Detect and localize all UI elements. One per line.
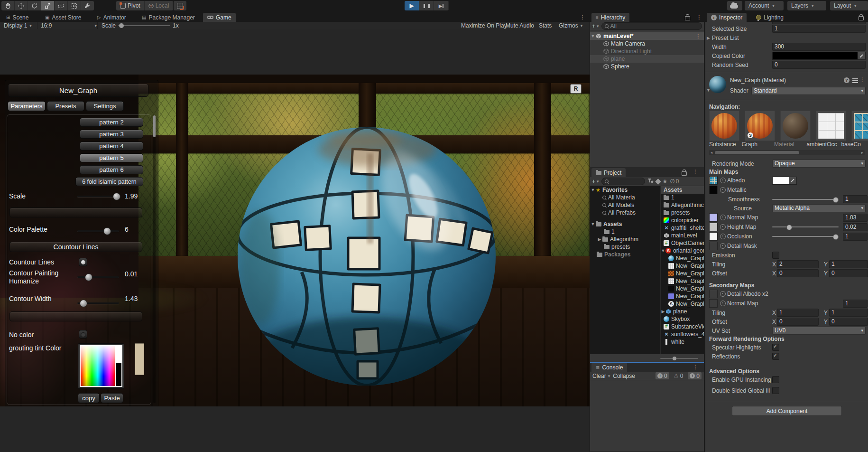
slider-thumb[interactable] <box>833 197 839 203</box>
width-input[interactable]: 300 <box>772 43 866 51</box>
contour-width-slider[interactable] <box>77 302 119 304</box>
nav-thumb-basecolor[interactable] <box>851 111 868 141</box>
tree-folder-presets[interactable]: presets <box>590 243 660 251</box>
tab-project[interactable]: Project <box>591 168 626 177</box>
hierarchy-lock-icon[interactable] <box>685 15 690 22</box>
asset-row[interactable]: mainLevel <box>661 232 704 239</box>
color-value[interactable] <box>773 177 789 184</box>
gpu-instancing-checkbox[interactable] <box>772 376 779 383</box>
asset-row[interactable]: New_Graph <box>661 254 704 262</box>
slider-thumb[interactable] <box>673 357 676 360</box>
foldout-closed-icon[interactable]: ▶ <box>707 36 712 40</box>
asset-row[interactable]: New_Graph - <box>661 285 704 292</box>
favorite-all-materials[interactable]: All Materia <box>590 194 660 201</box>
nav-thumb-material[interactable] <box>780 111 811 141</box>
tree-packages[interactable]: Packages <box>590 251 660 258</box>
foldout-open-icon[interactable]: ▼ <box>661 248 665 253</box>
secondary-normal-thumb[interactable] <box>709 299 718 308</box>
favorite-all-prefabs[interactable]: All Prefabs <box>590 209 660 217</box>
tab-lighting[interactable]: Lighting <box>752 13 788 22</box>
random-seed-input[interactable]: 0 <box>772 61 866 69</box>
layout-dropdown[interactable]: Layout▾ <box>830 1 868 10</box>
islamic-pattern-button[interactable]: 6 fold islamic pattern <box>75 177 143 186</box>
height-texture-thumb[interactable] <box>709 223 718 231</box>
metallic-texture-thumb[interactable] <box>709 186 718 194</box>
rotate-tool-button[interactable] <box>28 1 41 10</box>
project-create-button[interactable]: +▾ <box>592 178 599 185</box>
rect-tool-button[interactable] <box>55 1 68 10</box>
grid-snap-button[interactable] <box>174 1 186 10</box>
paste-button[interactable]: Paste <box>101 393 123 403</box>
scroll-right-icon[interactable]: ▸ <box>861 150 863 155</box>
specular-checkbox[interactable] <box>772 344 779 351</box>
object-picker-icon[interactable] <box>720 243 726 249</box>
object-picker-icon[interactable] <box>720 234 726 239</box>
pattern-4-button[interactable]: pattern 4 <box>80 141 143 151</box>
slider-thumb[interactable] <box>119 23 124 28</box>
search-by-type-icon[interactable] <box>647 178 654 185</box>
slider-thumb[interactable] <box>113 193 120 200</box>
nav-thumb-substance[interactable] <box>709 111 739 141</box>
hierarchy-create-button[interactable]: +▾ <box>592 23 599 29</box>
height-value[interactable]: 0.02 <box>843 223 868 231</box>
collapse-button[interactable]: Collapse <box>613 373 635 379</box>
scale-tool-button[interactable] <box>41 1 55 10</box>
asset-row[interactable]: #ObjectCamera <box>661 239 704 247</box>
favorites-root[interactable]: ▼★Favorites <box>590 186 660 194</box>
nav-thumb-graph[interactable]: S <box>745 111 775 141</box>
humanize-slider[interactable] <box>77 276 119 278</box>
albedo-color-swatch[interactable] <box>772 177 797 185</box>
tab-parameters[interactable]: Parameters <box>8 101 46 111</box>
rendering-mode-dropdown[interactable]: Opaque <box>772 160 866 168</box>
asset-row[interactable]: New_Graph - <box>661 292 704 300</box>
secondary-tiling-y-input[interactable]: 1 <box>829 309 868 317</box>
move-tool-button[interactable] <box>15 1 28 10</box>
hierarchy-search-input[interactable]: All <box>601 22 702 30</box>
tiling-y-input[interactable]: 1 <box>829 260 868 268</box>
game-panel-menu-icon[interactable]: ⋮ <box>580 14 585 20</box>
foldout-closed-icon[interactable]: ▶ <box>661 309 665 314</box>
secondary-offset-x-input[interactable]: 0 <box>777 318 819 326</box>
eyedropper-icon[interactable] <box>858 52 865 59</box>
secondary-normal-value[interactable]: 1 <box>843 300 868 308</box>
albedo-texture-thumb[interactable] <box>709 176 718 185</box>
navigation-scrollbar[interactable]: ◂ ▸ <box>709 150 865 155</box>
maximize-on-play-button[interactable]: Maximize On Play <box>458 22 510 29</box>
asset-row[interactable]: colorpicker <box>661 217 704 224</box>
hierarchy-row-plane[interactable]: plane <box>590 55 704 63</box>
grouting-color-swatch[interactable] <box>135 343 144 375</box>
asset-row[interactable]: ▶plane <box>661 308 704 315</box>
object-picker-icon[interactable] <box>720 178 726 183</box>
custom-tool-button[interactable] <box>81 1 94 10</box>
asset-row[interactable]: New_Graph - <box>661 277 704 285</box>
pause-button[interactable] <box>419 1 434 10</box>
scrollbar-thumb[interactable] <box>715 151 799 154</box>
occlusion-value[interactable]: 1 <box>843 233 868 241</box>
search-by-label-icon[interactable] <box>655 179 661 185</box>
material-menu-icon[interactable]: ⋮ <box>859 76 865 83</box>
project-search-input[interactable] <box>601 178 645 185</box>
asset-row[interactable]: ▼Soriantal geometr <box>661 247 704 254</box>
inspector-lock-icon[interactable] <box>859 15 864 22</box>
reflections-checkbox[interactable] <box>772 353 779 360</box>
console-log-area[interactable] <box>590 380 704 452</box>
offset-x-input[interactable]: 0 <box>777 269 819 277</box>
layers-dropdown[interactable]: Layers▾ <box>787 1 826 10</box>
pivot-toggle-button[interactable]: Pivot <box>116 1 145 10</box>
tab-inspector[interactable]: iInspector <box>707 13 747 22</box>
asset-row[interactable]: SNew_Graph <box>661 300 704 308</box>
tree-assets-root[interactable]: ▼Assets <box>590 220 660 228</box>
panel-title-bar[interactable]: New_Graph <box>8 84 148 97</box>
tree-folder-1[interactable]: 1 <box>590 228 660 235</box>
favorites-star-icon[interactable]: ★ <box>663 178 668 185</box>
game-render-area[interactable]: R New_Graph Parameters Presets Settings … <box>0 75 590 406</box>
scale-slider[interactable] <box>77 196 119 197</box>
tab-settings[interactable]: Settings <box>86 101 124 111</box>
grouting-color-picker[interactable] <box>78 343 124 389</box>
tab-scene[interactable]: ⊞Scene <box>2 13 33 22</box>
tiling-x-input[interactable]: 2 <box>777 260 819 268</box>
slider-thumb[interactable] <box>85 273 92 281</box>
secondary-offset-y-input[interactable]: 0 <box>829 318 868 326</box>
detail-albedo-thumb[interactable] <box>709 290 718 298</box>
occlusion-texture-thumb[interactable] <box>709 232 718 241</box>
